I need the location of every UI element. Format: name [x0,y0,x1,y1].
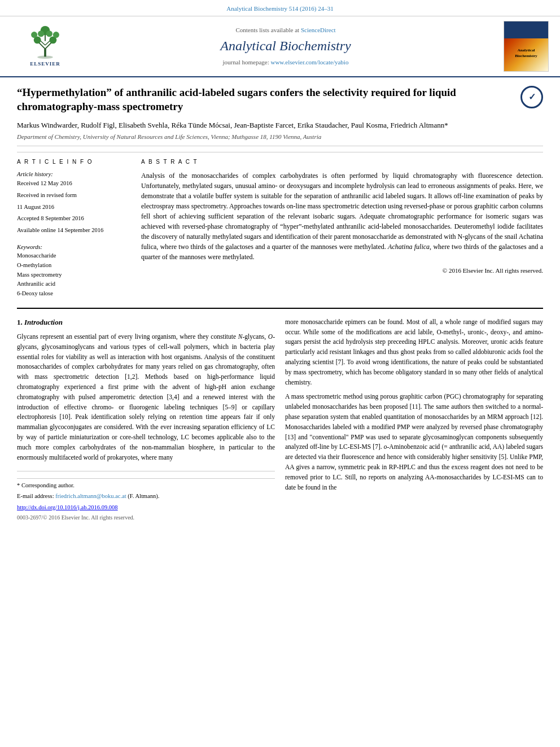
journal-homepage-line: journal homepage: www.elsevier.com/locat… [79,58,492,67]
crossmark-badge [520,86,543,108]
abstract-text: Analysis of the monosaccharides of compl… [141,171,543,262]
keyword-1: O-methylation [17,261,130,270]
main-content: 1. Introduction Glycans represent an ess… [17,308,543,522]
email-link[interactable]: friedrich.altmann@boku.ac.at [55,493,126,499]
affiliation: Department of Chemistry, University of N… [17,133,512,141]
cover-title: AnalyticalBiochemistry [515,48,537,59]
abstract-header: A B S T R A C T [141,158,543,166]
homepage-link[interactable]: www.elsevier.com/locate/yabio [270,59,348,65]
article-title-text: “Hypermethylation” of anthranilic acid-l… [17,86,512,141]
keywords-label: Keywords: [17,243,130,252]
intro-paragraph-3: A mass spectrometric method using porous… [285,392,543,492]
intro-paragraph-2: more monosaccharide epimers can be found… [285,317,543,388]
accepted: Accepted 8 September 2016 [17,215,130,223]
cover-image: AnalyticalBiochemistry [504,21,549,72]
available: Available online 14 September 2016 [17,226,130,235]
footnote-corresponding: * Corresponding author. [17,481,275,490]
footer-copyright: 0003-2697/© 2016 Elsevier Inc. All right… [17,514,275,522]
science-direct-line: Contents lists available at ScienceDirec… [79,26,492,34]
elsevier-tree-icon [25,25,65,59]
history-label: Article history: [17,171,130,179]
introduction-title: 1. Introduction [17,317,275,327]
article-container: “Hypermethylation” of anthranilic acid-l… [0,77,560,530]
keywords-section: Keywords: Monosaccharide O-methylation M… [17,243,130,298]
abstract-column: A B S T R A C T Analysis of the monosacc… [141,158,543,299]
authors: Markus Windwarder, Rudolf Figl, Elisabet… [17,120,512,131]
article-info-header: A R T I C L E I N F O [17,158,130,166]
svg-point-13 [46,30,53,37]
content-right: more monosaccharide epimers can be found… [285,317,543,522]
journal-title: Analytical Biochemistry [79,37,492,56]
article-title-section: “Hypermethylation” of anthranilic acid-l… [17,86,543,146]
journal-center: Contents lists available at ScienceDirec… [79,26,492,67]
journal-citation: Analytical Biochemistry 514 (2016) 24–31 [226,5,333,12]
article-info-column: A R T I C L E I N F O Article history: R… [17,158,130,299]
footnote-email: E-mail address: friedrich.altmann@boku.a… [17,492,275,501]
article-title: “Hypermethylation” of anthranilic acid-l… [17,86,512,113]
keyword-4: 6-Deoxy talose [17,290,130,298]
elsevier-logo-section: ELSEVIER [11,25,79,68]
received-revised-label: Received in revised form [17,191,130,200]
doi-url[interactable]: http://dx.doi.org/10.1016/j.ab.2016.09.0… [17,504,118,510]
keyword-3: Anthranilic acid [17,280,130,289]
abstract-copyright: © 2016 Elsevier Inc. All rights reserved… [141,267,543,275]
received-revised-date: 11 August 2016 [17,203,130,212]
svg-rect-0 [44,49,46,56]
journal-cover: AnalyticalBiochemistry [492,21,549,72]
elsevier-logo: ELSEVIER [11,25,79,68]
top-banner: Analytical Biochemistry 514 (2016) 24–31 [0,0,560,16]
footnotes: * Corresponding author. E-mail address: … [17,471,275,521]
crossmark-icon [520,86,543,108]
doi-link: http://dx.doi.org/10.1016/j.ab.2016.09.0… [17,504,275,512]
keyword-2: Mass spectrometry [17,271,130,279]
keyword-0: Monosaccharide [17,252,130,260]
svg-point-11 [53,32,59,38]
content-left: 1. Introduction Glycans represent an ess… [17,317,275,522]
science-direct-link[interactable]: ScienceDirect [301,27,336,33]
elsevier-name: ELSEVIER [30,60,60,68]
article-history: Article history: Received 12 May 2016 Re… [17,171,130,234]
intro-paragraph-1: Glycans represent an essential part of e… [17,332,275,463]
svg-point-10 [31,32,37,38]
received: Received 12 May 2016 [17,180,130,188]
journal-header: ELSEVIER Contents lists available at Sci… [0,16,560,77]
article-info-abstract: A R T I C L E I N F O Article history: R… [17,152,543,299]
svg-point-1 [37,55,53,59]
svg-point-12 [38,30,44,37]
